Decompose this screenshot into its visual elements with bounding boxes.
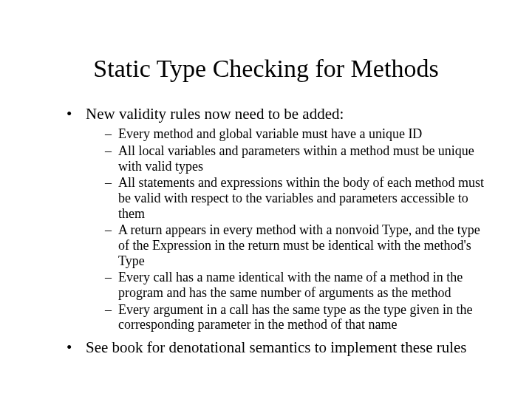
sub-bullet-item: All statements and expressions within th… bbox=[105, 175, 489, 221]
slide-title: Static Type Checking for Methods bbox=[0, 0, 532, 105]
bullet-item: New validity rules now need to be added:… bbox=[66, 105, 489, 332]
bullet-item: See book for denotational semantics to i… bbox=[66, 338, 489, 357]
bullet-text: See book for denotational semantics to i… bbox=[86, 338, 467, 356]
sub-bullet-text: Every method and global variable must ha… bbox=[118, 126, 422, 141]
sub-bullet-item: All local variables and parameters withi… bbox=[105, 143, 489, 174]
slide-body: New validity rules now need to be added:… bbox=[0, 105, 532, 357]
sub-bullet-text: Every call has a name identical with the… bbox=[118, 270, 463, 300]
sub-bullet-text: All local variables and parameters withi… bbox=[118, 143, 474, 174]
sub-bullet-text: All statements and expressions within th… bbox=[118, 175, 484, 220]
sub-bullet-list: Every method and global variable must ha… bbox=[86, 126, 489, 332]
sub-bullet-item: Every argument in a call has the same ty… bbox=[105, 302, 489, 332]
bullet-list: New validity rules now need to be added:… bbox=[66, 105, 489, 357]
sub-bullet-text: A return appears in every method with a … bbox=[118, 222, 480, 267]
sub-bullet-item: Every method and global variable must ha… bbox=[105, 126, 489, 142]
slide: Static Type Checking for Methods New val… bbox=[0, 0, 532, 399]
sub-bullet-item: A return appears in every method with a … bbox=[105, 222, 489, 268]
sub-bullet-item: Every call has a name identical with the… bbox=[105, 270, 489, 300]
sub-bullet-text: Every argument in a call has the same ty… bbox=[118, 302, 473, 332]
bullet-text: New validity rules now need to be added: bbox=[86, 105, 344, 123]
